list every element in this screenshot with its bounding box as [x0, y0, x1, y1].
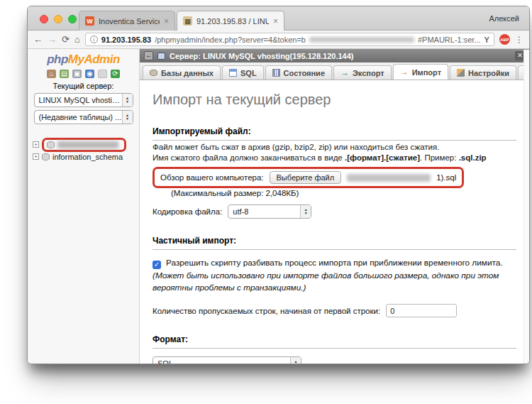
phpmyadmin-logo[interactable]: phpMyAdmin	[28, 53, 139, 67]
select-stepper-icon: ▲▼	[300, 205, 311, 218]
tab-settings[interactable]: Настройки	[450, 65, 516, 80]
browser-tab-strip: W Inoventica Services × ▤ 91.203.195.83 …	[28, 6, 529, 31]
skip-rows-label: Количество пропускаемых строк, начиная о…	[153, 307, 380, 315]
annotation-highlight-database	[42, 138, 126, 152]
tab-sql[interactable]: SQL	[222, 65, 264, 80]
database-icon	[42, 153, 50, 160]
format-heading: Формат:	[153, 334, 516, 349]
page-title: Импорт на текущий сервер	[153, 92, 516, 108]
select-stepper-icon: ▲▼	[122, 111, 133, 124]
browser-window: W Inoventica Services × ▤ 91.203.195.83 …	[27, 6, 530, 364]
home-button[interactable]: ⌂	[74, 35, 80, 44]
annotation-highlight-file-row: Обзор вашего компьютера: Выберите файл 1…	[153, 167, 464, 188]
back-button[interactable]: ←	[33, 35, 43, 44]
tab-databases[interactable]: Базы данных	[143, 65, 221, 80]
documentation-icon[interactable]: ◉	[85, 70, 94, 78]
address-bar[interactable]: i 91.203.195.83 /phpmyadmin/index.php?se…	[85, 33, 494, 46]
status-icon	[272, 69, 280, 77]
server-select[interactable]: LINUX MySQL vhosting( ▲▼	[34, 93, 133, 107]
encoding-select[interactable]: utf-8 ▲▼	[228, 204, 311, 219]
server-title-bar: ← Сервер: LINUX MySQL vhosting(195.128.1…	[140, 49, 529, 62]
format-select[interactable]: SQL ▲▼	[153, 356, 301, 364]
pma-main-panel: ← Сервер: LINUX MySQL vhosting(195.128.1…	[140, 49, 529, 364]
wiki-icon[interactable]	[98, 70, 107, 78]
page-info-icon[interactable]: i	[90, 36, 98, 43]
url-path: /phpmyadmin/index.php?server=4&token=b	[155, 36, 306, 44]
settings-icon	[457, 69, 465, 77]
browser-tab-phpmyadmin[interactable]: ▤ 91.203.195.83 / LINUX MySQ ×	[177, 11, 284, 31]
partial-import-heading: Частичный импорт:	[153, 236, 516, 250]
choose-file-button[interactable]: Выберите файл	[270, 171, 342, 184]
browser-toolbar: ← → ⟳ ⌂ i 91.203.195.83 /phpmyadmin/inde…	[28, 31, 529, 49]
expand-icon[interactable]: +	[33, 141, 39, 148]
tree-row-information-schema[interactable]: + information_schema	[33, 151, 139, 163]
zoom-window-button[interactable]	[68, 15, 77, 23]
url-suffix: #PMAURL-1:ser...	[418, 36, 481, 44]
max-size-note: (Максимальный размер: 2,048КБ)	[171, 189, 299, 197]
browse-label: Обзор вашего компьютера:	[160, 173, 264, 182]
tab-export[interactable]: →Экспорт	[333, 65, 392, 80]
sql-window-icon[interactable]: ▣	[72, 70, 82, 78]
tab-import[interactable]: →Импорт	[393, 64, 448, 80]
select-stepper-icon: ▲▼	[122, 94, 133, 107]
file-name-suffix: 1).sql	[436, 173, 456, 182]
pma-sidebar: phpMyAdmin ⌂ ▤ ▣ ◉ ⟳ Текущий сервер: LIN…	[28, 49, 140, 364]
database-tree: + + information_schema	[28, 138, 139, 163]
traffic-lights	[40, 15, 77, 23]
database-name[interactable]: information_schema	[52, 153, 123, 161]
server-icon	[157, 53, 165, 60]
skip-rows-input[interactable]	[386, 304, 457, 317]
redacted-database-name[interactable]	[57, 141, 118, 148]
extension-icon[interactable]: Y	[484, 36, 489, 44]
database-icon	[47, 141, 55, 148]
checkbox-checked-icon[interactable]: ✓	[153, 261, 161, 269]
export-icon: →	[340, 69, 349, 77]
phpmyadmin-favicon-icon: ▤	[183, 16, 192, 26]
sql-icon	[229, 69, 237, 77]
tab-close-icon[interactable]: ×	[164, 16, 169, 26]
allow-interrupt-note: (Может быть использовано при импорте фай…	[153, 271, 499, 293]
import-page: Импорт на текущий сервер Импортируемый ф…	[140, 80, 529, 364]
allow-interrupt-text: Разрешить скрипту разбивать процесс импо…	[166, 258, 503, 268]
compression-hint: Файл может быть сжат в архив (gzip, bzip…	[153, 143, 516, 151]
tab-status[interactable]: Состояние	[265, 65, 332, 80]
adblock-plus-icon[interactable]: ABP	[499, 34, 510, 45]
filename-hint: Имя сжатого файла должно заканчиваться в…	[153, 153, 516, 162]
scrollbar-track[interactable]	[523, 50, 529, 364]
tab-close-icon[interactable]: ×	[273, 16, 278, 26]
server-title: Сервер: LINUX MySQL vhosting(195.128.120…	[170, 52, 354, 60]
reload-navigation-icon[interactable]: ⟳	[111, 70, 120, 78]
import-icon: →	[400, 68, 409, 76]
inoventica-favicon-icon: W	[85, 16, 94, 26]
browser-profile-name[interactable]: Алексей	[489, 14, 519, 23]
pma-tab-bar: Базы данных SQL Состояние →Экспорт →Импо…	[140, 62, 529, 80]
url-redacted-token	[309, 37, 414, 43]
tab-title: 91.203.195.83 / LINUX MySQ	[196, 17, 269, 26]
logout-icon[interactable]: ▤	[60, 70, 69, 78]
redacted-file-name	[347, 174, 431, 182]
encoding-label: Кодировка файла:	[153, 207, 222, 216]
browser-menu-icon[interactable]: ⋮	[515, 35, 523, 45]
current-server-label: Текущий сервер:	[28, 82, 139, 90]
expand-icon[interactable]: +	[33, 153, 39, 160]
minimize-window-button[interactable]	[54, 15, 62, 23]
url-host: 91.203.195.83	[101, 36, 151, 44]
allow-interrupt-option: ✓Разрешить скрипту разбивать процесс имп…	[153, 257, 516, 295]
tree-row-database[interactable]: +	[33, 138, 139, 151]
recent-tables-select[interactable]: (Недавние таблицы) ... ▲▼	[34, 110, 133, 124]
reload-button[interactable]: ⟳	[62, 35, 70, 44]
select-stepper-icon: ▲▼	[290, 357, 301, 364]
file-section-heading: Импортируемый файл:	[153, 126, 516, 141]
home-icon[interactable]: ⌂	[47, 70, 56, 78]
browser-tab-inoventica[interactable]: W Inoventica Services ×	[79, 11, 175, 31]
hide-navigation-icon[interactable]: ←	[144, 51, 153, 60]
forward-button[interactable]: →	[48, 35, 57, 44]
tab-title: Inoventica Services	[99, 17, 160, 26]
close-window-button[interactable]	[40, 15, 48, 23]
databases-icon	[150, 70, 157, 76]
